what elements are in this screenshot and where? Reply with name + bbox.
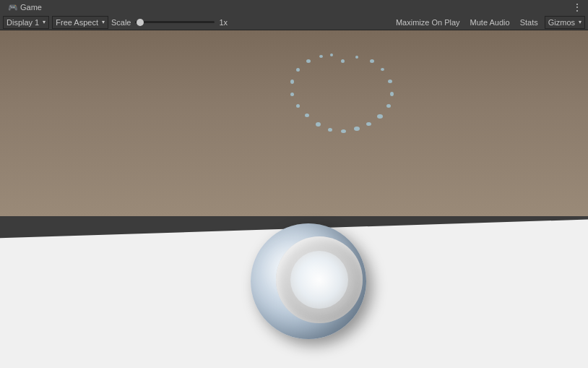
display-label: Display 1 <box>7 18 39 27</box>
aspect-chevron: ▾ <box>102 19 105 25</box>
game-tab[interactable]: 🎮 Game <box>3 0 48 14</box>
particle <box>370 59 374 63</box>
gizmos-select[interactable]: Gizmos ▾ <box>545 16 585 29</box>
game-tab-label: Game <box>20 3 42 12</box>
particle-system <box>272 52 417 168</box>
particle <box>330 54 333 56</box>
particle <box>328 128 332 132</box>
particle <box>296 104 300 108</box>
inner-glow <box>290 251 348 309</box>
display-select[interactable]: Display 1 ▾ <box>3 16 49 29</box>
mute-audio-button[interactable]: Mute Audio <box>467 16 514 29</box>
gizmos-label: Gizmos <box>548 18 575 27</box>
3d-object <box>236 216 381 346</box>
particle <box>319 55 323 58</box>
particle <box>388 80 392 83</box>
maximize-button[interactable]: Maximize On Play <box>392 16 464 29</box>
aspect-label: Free Aspect <box>56 18 98 27</box>
tab-more-button[interactable]: ⋮ <box>569 1 585 13</box>
particle <box>386 104 391 108</box>
toolbar: Display 1 ▾ Free Aspect ▾ Scale 1x Maxim… <box>0 14 588 30</box>
gizmos-chevron: ▾ <box>579 19 581 25</box>
particle <box>377 114 383 119</box>
particle <box>355 56 358 59</box>
particle <box>366 122 371 126</box>
particle <box>316 122 321 127</box>
scale-label: Scale <box>111 18 131 27</box>
particle <box>354 127 360 131</box>
particle <box>306 59 311 63</box>
particle <box>341 59 345 63</box>
game-tab-icon: 🎮 <box>9 4 17 11</box>
particle <box>390 92 394 96</box>
particle <box>290 80 294 84</box>
particle <box>290 93 294 96</box>
aspect-select[interactable]: Free Aspect ▾ <box>52 16 108 29</box>
particle <box>381 68 384 71</box>
scale-value: 1x <box>219 18 229 27</box>
tab-bar: 🎮 Game ⋮ <box>0 0 588 14</box>
particle <box>296 68 300 72</box>
scale-track[interactable] <box>135 21 215 23</box>
stats-button[interactable]: Stats <box>516 16 542 29</box>
scale-thumb[interactable] <box>137 19 144 26</box>
particle <box>341 129 346 133</box>
display-chevron: ▾ <box>43 19 46 25</box>
particle <box>305 114 309 117</box>
game-viewport <box>0 30 588 368</box>
